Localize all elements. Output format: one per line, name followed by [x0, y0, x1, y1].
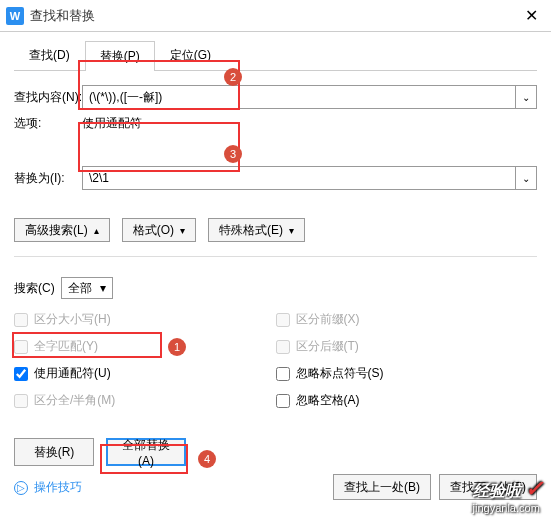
checkbox-halfwidth: 区分全/半角(M)	[14, 392, 276, 409]
checkbox-halfwidth-label: 区分全/半角(M)	[34, 392, 115, 409]
search-scope-value: 全部	[68, 280, 92, 297]
watermark-url: jingyanla.com	[473, 502, 543, 514]
advanced-search-label: 高级搜索(L)	[25, 222, 88, 239]
options-value: 使用通配符	[82, 115, 142, 132]
chevron-down-icon: ▾	[100, 281, 106, 295]
checkbox-case-label: 区分大小写(H)	[34, 311, 111, 328]
checkbox-wildcard[interactable]: 使用通配符(U)	[14, 365, 276, 382]
app-icon: W	[6, 7, 24, 25]
checkbox-wildcard-input[interactable]	[14, 367, 28, 381]
watermark-brand: 经验啦	[473, 482, 521, 499]
checkbox-whole-input	[14, 340, 28, 354]
checkbox-suffix: 区分后缀(T)	[276, 338, 538, 355]
watermark: 经验啦 ✓ jingyanla.com	[473, 476, 543, 514]
advanced-search-button[interactable]: 高级搜索(L) ▴	[14, 218, 110, 242]
format-label: 格式(O)	[133, 222, 174, 239]
replace-button[interactable]: 替换(R)	[14, 438, 94, 466]
checkbox-ignore-punct-label: 忽略标点符号(S)	[296, 365, 384, 382]
tab-strip: 查找(D) 替换(P) 定位(G)	[14, 40, 537, 71]
checkbox-case-input	[14, 313, 28, 327]
annotation-badge-1: 1	[168, 338, 186, 356]
replace-input[interactable]	[82, 166, 515, 190]
find-label: 查找内容(N):	[14, 89, 82, 106]
chevron-down-icon: ▾	[289, 225, 294, 236]
tab-replace[interactable]: 替换(P)	[85, 41, 155, 71]
close-icon[interactable]: ✕	[511, 0, 551, 32]
checkbox-suffix-input	[276, 340, 290, 354]
checkbox-whole: 全字匹配(Y)	[14, 338, 276, 355]
find-prev-button[interactable]: 查找上一处(B)	[333, 474, 431, 500]
format-button[interactable]: 格式(O) ▾	[122, 218, 196, 242]
search-scope-select[interactable]: 全部 ▾	[61, 277, 113, 299]
help-icon: ▷	[14, 481, 28, 495]
special-format-button[interactable]: 特殊格式(E) ▾	[208, 218, 305, 242]
checkbox-prefix: 区分前缀(X)	[276, 311, 538, 328]
separator	[14, 256, 537, 257]
checkbox-whole-label: 全字匹配(Y)	[34, 338, 98, 355]
search-scope-label: 搜索(C)	[14, 280, 55, 297]
annotation-badge-4: 4	[198, 450, 216, 468]
checkbox-prefix-label: 区分前缀(X)	[296, 311, 360, 328]
tab-goto[interactable]: 定位(G)	[155, 40, 226, 70]
tab-find[interactable]: 查找(D)	[14, 40, 85, 70]
checkbox-prefix-input	[276, 313, 290, 327]
find-dropdown-icon[interactable]: ⌄	[515, 85, 537, 109]
chevron-up-icon: ▴	[94, 225, 99, 236]
title-bar: W 查找和替换 ✕	[0, 0, 551, 32]
checkbox-wildcard-label: 使用通配符(U)	[34, 365, 111, 382]
special-format-label: 特殊格式(E)	[219, 222, 283, 239]
annotation-badge-2: 2	[224, 68, 242, 86]
help-link[interactable]: ▷ 操作技巧	[14, 479, 82, 496]
find-input[interactable]	[82, 85, 515, 109]
help-label: 操作技巧	[34, 479, 82, 496]
chevron-down-icon: ▾	[180, 225, 185, 236]
checkbox-ignore-punct[interactable]: 忽略标点符号(S)	[276, 365, 538, 382]
replace-dropdown-icon[interactable]: ⌄	[515, 166, 537, 190]
annotation-badge-3: 3	[224, 145, 242, 163]
checkmark-icon: ✓	[525, 476, 543, 501]
options-label: 选项:	[14, 115, 82, 132]
checkbox-halfwidth-input	[14, 394, 28, 408]
checkbox-ignore-space-input[interactable]	[276, 394, 290, 408]
replace-all-button[interactable]: 全部替换(A)	[106, 438, 186, 466]
checkbox-case: 区分大小写(H)	[14, 311, 276, 328]
checkbox-ignore-space-label: 忽略空格(A)	[296, 392, 360, 409]
checkbox-ignore-punct-input[interactable]	[276, 367, 290, 381]
checkbox-suffix-label: 区分后缀(T)	[296, 338, 359, 355]
window-title: 查找和替换	[30, 7, 511, 25]
replace-label: 替换为(I):	[14, 170, 82, 187]
checkbox-ignore-space[interactable]: 忽略空格(A)	[276, 392, 538, 409]
